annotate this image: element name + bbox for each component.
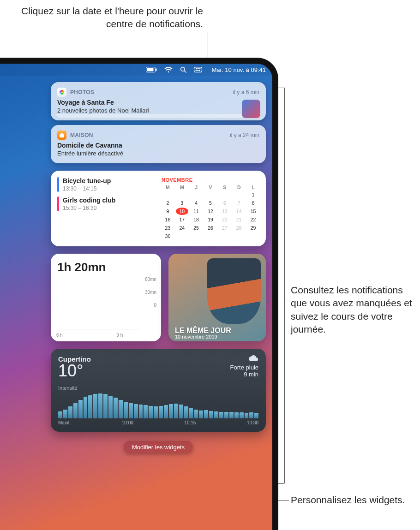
calendar-day[interactable]: 23 xyxy=(162,224,174,232)
calendar-day[interactable]: 26 xyxy=(204,224,217,232)
svg-rect-5 xyxy=(194,67,202,72)
calendar-day xyxy=(190,191,203,198)
calendar-dow: V xyxy=(204,185,217,190)
calendar-day[interactable]: 30 xyxy=(162,232,174,240)
axis-label: 10:00 xyxy=(122,420,133,425)
calendar-day[interactable]: 29 xyxy=(247,224,259,232)
calendar-day[interactable]: 9 xyxy=(162,208,174,215)
callout-bracket xyxy=(284,300,290,300)
calendar-day[interactable]: 15 xyxy=(247,208,259,215)
notification-card[interactable]: MAISON il y a 24 min Domicile de Cavanna… xyxy=(51,125,266,163)
event-title: Bicycle tune-up xyxy=(63,177,111,185)
notification-app-name: MAISON xyxy=(70,132,93,138)
calendar-grid: MMJVSDL 12345678910111213141516171819202… xyxy=(162,185,259,240)
calendar-events: Bicycle tune-up 13:30 – 14:15 Girls codi… xyxy=(57,177,155,240)
calendar-day[interactable]: 19 xyxy=(204,216,217,223)
axis-label: Maint. xyxy=(58,420,71,425)
calendar-day[interactable]: 2 xyxy=(162,199,174,207)
photos-app-icon xyxy=(57,88,66,97)
photo-memory-widget[interactable]: LE MÊME JOUR 10 novembre 2019 xyxy=(168,254,266,341)
screentime-total: 1h 20mn xyxy=(57,260,155,274)
weather-intensity-chart xyxy=(58,393,258,418)
notification-time: il y a 24 min xyxy=(230,132,259,138)
notification-thumbnail xyxy=(242,100,260,118)
svg-point-15 xyxy=(60,90,62,93)
calendar-dow: J xyxy=(190,185,203,190)
calendar-day[interactable]: 11 xyxy=(190,208,203,215)
calendar-day[interactable]: 4 xyxy=(190,199,203,207)
notification-center: PHOTOS il y a 6 min Voyage à Santa Fe 2 … xyxy=(51,82,266,530)
calendar-day[interactable]: 22 xyxy=(247,216,259,223)
calendar-day[interactable]: 16 xyxy=(162,216,174,223)
weather-temperature: 10° xyxy=(58,361,91,381)
weather-widget[interactable]: Cupertino 10° Forte pluie 9 min Intensit… xyxy=(51,349,266,432)
calendar-day xyxy=(176,191,188,198)
screentime-x-axis: 6 h 9 h xyxy=(56,333,141,338)
axis-label: 60mn xyxy=(145,273,156,286)
calendar-day[interactable]: 14 xyxy=(233,208,245,215)
calendar-day[interactable]: 20 xyxy=(218,216,231,223)
calendar-day[interactable]: 10 xyxy=(176,208,188,215)
menubar: Mar. 10 nov. à 09:41 xyxy=(0,64,272,76)
axis-label: 30mn xyxy=(145,286,156,299)
event-color-bar xyxy=(57,177,59,192)
calendar-day[interactable]: 1 xyxy=(247,191,259,198)
photo-memory-date: 10 novembre 2019 xyxy=(175,334,217,341)
screentime-chart xyxy=(56,288,141,329)
calendar-day[interactable]: 27 xyxy=(218,224,231,232)
notification-body: 2 nouvelles photos de Noel Mallari xyxy=(57,107,259,114)
calendar-day[interactable]: 6 xyxy=(218,199,231,207)
notification-title: Voyage à Santa Fe xyxy=(57,99,259,106)
callout-bracket xyxy=(284,88,285,483)
calendar-day[interactable]: 25 xyxy=(190,224,203,232)
calendar-dow: M xyxy=(176,185,188,190)
event-title: Girls coding club xyxy=(63,197,115,204)
callout-right-notifications: Consultez les notifications que vous ave… xyxy=(291,284,415,336)
calendar-day[interactable]: 7 xyxy=(233,199,245,207)
svg-rect-1 xyxy=(147,68,154,71)
calendar-day[interactable]: 13 xyxy=(218,208,231,215)
home-app-icon xyxy=(57,131,66,140)
calendar-dow: S xyxy=(218,185,231,190)
svg-point-6 xyxy=(196,68,198,70)
cloud-icon xyxy=(230,355,258,363)
battery-icon[interactable] xyxy=(146,67,157,72)
calendar-day[interactable]: 8 xyxy=(247,199,259,207)
callout-top: Cliquez sur la date et l'heure pour ouvr… xyxy=(18,5,203,31)
calendar-day[interactable]: 12 xyxy=(204,208,217,215)
calendar-day[interactable]: 24 xyxy=(176,224,188,232)
screentime-widget[interactable]: 1h 20mn 60mn 30mn 0 6 h 9 h xyxy=(51,254,161,341)
screentime-y-axis: 60mn 30mn 0 xyxy=(145,273,156,312)
calendar-event[interactable]: Bicycle tune-up 13:30 – 14:15 xyxy=(57,177,155,192)
calendar-event[interactable]: Girls coding club 15:30 – 16:30 xyxy=(57,197,155,211)
axis-label: 6 h xyxy=(56,333,63,338)
calendar-dow: L xyxy=(247,185,259,190)
calendar-day[interactable]: 21 xyxy=(233,216,245,223)
calendar-day[interactable]: 3 xyxy=(176,199,188,207)
calendar-day[interactable]: 28 xyxy=(233,224,245,232)
calendar-widget[interactable]: Bicycle tune-up 13:30 – 14:15 Girls codi… xyxy=(51,171,266,246)
axis-label: 9 h xyxy=(116,333,123,338)
menubar-datetime[interactable]: Mar. 10 nov. à 09:41 xyxy=(211,66,266,73)
calendar-day[interactable]: 5 xyxy=(204,199,217,207)
spotlight-icon[interactable] xyxy=(180,66,186,73)
event-time: 15:30 – 16:30 xyxy=(63,205,115,211)
control-center-icon[interactable] xyxy=(194,67,202,72)
photo-memory-image xyxy=(207,258,261,324)
weather-time-axis: Maint. 10:00 10:15 10:30 xyxy=(58,420,258,425)
edit-widgets-button[interactable]: Modifier les widgets xyxy=(124,441,193,453)
calendar-day[interactable]: 18 xyxy=(190,216,203,223)
calendar-day xyxy=(233,191,245,198)
wifi-icon[interactable] xyxy=(164,67,173,73)
calendar-month-view: NOVEMBRE MMJVSDL 12345678910111213141516… xyxy=(162,177,259,240)
event-time: 13:30 – 14:15 xyxy=(63,185,111,192)
calendar-day[interactable]: 17 xyxy=(176,216,188,223)
notification-time: il y a 6 min xyxy=(233,89,259,95)
weather-condition: Forte pluie xyxy=(230,364,258,371)
notification-card[interactable]: PHOTOS il y a 6 min Voyage à Santa Fe 2 … xyxy=(51,82,266,120)
calendar-day xyxy=(204,191,217,198)
calendar-dow: D xyxy=(233,185,245,190)
calendar-dow: M xyxy=(162,185,174,190)
callout-right-widgets: Personnalisez les widgets. xyxy=(291,494,415,506)
weather-intensity-label: Intensité xyxy=(58,385,258,391)
